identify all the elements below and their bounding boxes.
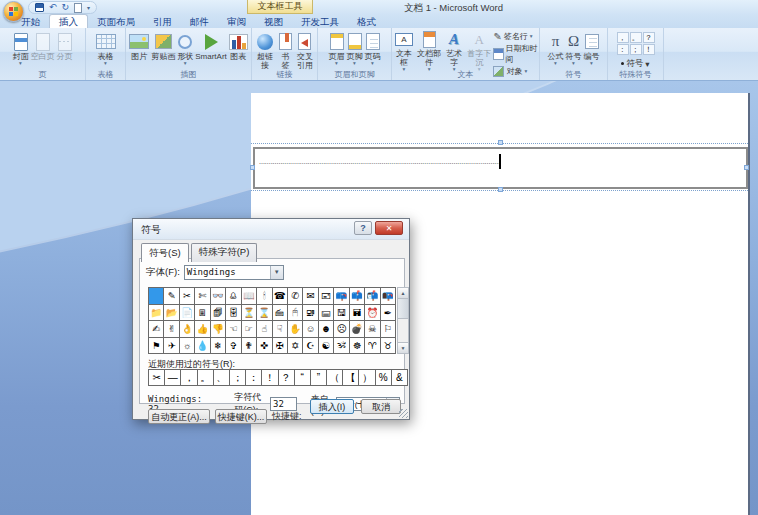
resize-grip[interactable]	[399, 409, 408, 418]
symbol-cell[interactable]: ☠	[365, 321, 380, 338]
special-symbol-mini-button[interactable]: ，	[617, 32, 629, 43]
symbol-cell[interactable]: ♈	[365, 338, 380, 355]
text-box-button[interactable]: A 文本框 ▾	[393, 30, 415, 72]
symbol-cell[interactable]: ☎	[273, 288, 288, 305]
symbol-cell[interactable]: 📄	[180, 305, 195, 322]
recent-symbol-cell[interactable]: ”	[311, 370, 327, 386]
symbol-cell[interactable]: 🗏	[195, 305, 210, 322]
date-time-button[interactable]: 日期和时间	[493, 43, 538, 65]
shapes-button[interactable]: 形状 ▾	[176, 30, 194, 72]
symbol-cell[interactable]: 🕯	[257, 288, 272, 305]
equation-button[interactable]: π 公式 ▾	[547, 30, 565, 72]
symbol-cell[interactable]: 📫	[350, 288, 365, 305]
symbol-cell[interactable]: ✜	[257, 338, 272, 355]
resize-handle-left[interactable]	[250, 165, 255, 170]
symbol-cell[interactable]: 📬	[365, 288, 380, 305]
recent-symbol-cell[interactable]: ，	[181, 370, 197, 386]
resize-handle-bottom[interactable]	[498, 187, 503, 192]
help-button[interactable]: ?	[354, 221, 372, 235]
symbol-cell[interactable]: 📪	[334, 288, 349, 305]
header-button[interactable]: 页眉 ▾	[328, 30, 346, 72]
undo-icon[interactable]: ↶	[49, 3, 57, 12]
symbol-cell[interactable]: ✄	[195, 288, 210, 305]
recent-symbol-cell[interactable]: ）	[359, 370, 375, 386]
clipart-button[interactable]: 剪贴画	[150, 30, 176, 72]
save-icon[interactable]	[35, 3, 44, 12]
symbol-cell[interactable]: ☻	[319, 321, 334, 338]
recent-symbol-cell[interactable]: （	[327, 370, 343, 386]
symbol-cell[interactable]: ☺	[303, 321, 318, 338]
symbol-cell[interactable]: 👓	[211, 288, 226, 305]
symbol-cell[interactable]: 🕉	[334, 338, 349, 355]
tab-symbols[interactable]: 符号(S)	[141, 243, 189, 262]
special-symbol-mini-button[interactable]: ！	[643, 44, 655, 55]
tab-special-characters[interactable]: 特殊字符(P)	[191, 243, 258, 262]
text-box[interactable]: ........................................…	[253, 147, 748, 189]
symbol-cell[interactable]: ✞	[226, 338, 241, 355]
print-preview-icon[interactable]	[74, 3, 82, 13]
page-number-button[interactable]: 页码 ▾	[364, 30, 382, 72]
recent-symbol-cell[interactable]: ✂	[149, 370, 165, 386]
tab-mailings[interactable]: 邮件	[181, 15, 218, 28]
symbol-cell[interactable]: 👌	[180, 321, 195, 338]
special-symbol-mini-button[interactable]: ？	[643, 32, 655, 43]
recent-symbol-cell[interactable]: —	[165, 370, 181, 386]
office-button[interactable]	[3, 1, 24, 22]
blank-page-button[interactable]: 空白页	[30, 30, 56, 72]
hyperlink-button[interactable]: 超链接	[253, 30, 277, 72]
resize-handle-right[interactable]	[744, 165, 749, 170]
shortcut-key-button[interactable]: 快捷键(K)...	[215, 409, 267, 424]
tab-page-layout[interactable]: 页面布局	[88, 15, 144, 28]
symbol-cell[interactable]: 🕭	[226, 288, 241, 305]
qat-more-icon[interactable]: ▾	[87, 4, 90, 11]
symbol-cell[interactable]: ☸	[350, 338, 365, 355]
symbol-cell[interactable]: 📂	[164, 305, 179, 322]
symbol-cell[interactable]: ⚑	[149, 338, 164, 355]
tab-view[interactable]: 视图	[255, 15, 292, 28]
symbol-cell[interactable]: ✂	[180, 288, 195, 305]
symbol-cell[interactable]: 🖰	[288, 305, 303, 322]
symbol-cell[interactable]: 🖮	[273, 305, 288, 322]
symbol-cell[interactable]: 🖴	[319, 305, 334, 322]
smartart-button[interactable]: SmartArt	[194, 30, 228, 72]
symbol-grid-scrollbar[interactable]: ▲ ▼	[397, 287, 409, 354]
symbol-cell[interactable]: ✉	[303, 288, 318, 305]
special-symbol-mini-button[interactable]: ；	[630, 44, 642, 55]
symbol-cell[interactable]: 🖬	[350, 305, 365, 322]
symbol-cell[interactable]	[149, 288, 164, 305]
table-button[interactable]: 表格 ▾	[95, 30, 117, 72]
symbol-cell[interactable]: 🗐	[211, 305, 226, 322]
redo-icon[interactable]: ↻	[62, 3, 70, 12]
scroll-up-icon[interactable]: ▲	[398, 288, 408, 299]
symbol-cell[interactable]: ✌	[164, 321, 179, 338]
cross-reference-button[interactable]: 交叉引用	[294, 30, 316, 72]
font-combobox[interactable]: Wingdings ▼	[184, 265, 284, 280]
symbol-cell[interactable]: 🗄	[226, 305, 241, 322]
symbol-cell[interactable]: ☜	[226, 321, 241, 338]
scroll-down-icon[interactable]: ▼	[398, 342, 408, 353]
symbol-cell[interactable]: 👍	[195, 321, 210, 338]
recent-symbol-cell[interactable]: ：	[246, 370, 262, 386]
symbol-cell[interactable]: ☞	[242, 321, 257, 338]
symbol-cell[interactable]: 💧	[195, 338, 210, 355]
symbol-cell[interactable]: 📭	[381, 288, 396, 305]
symbol-cell[interactable]: ❄	[211, 338, 226, 355]
symbol-button[interactable]: Ω 符号 ▾	[565, 30, 583, 72]
symbol-cell[interactable]: ✡	[288, 338, 303, 355]
symbol-cell[interactable]: 📖	[242, 288, 257, 305]
tab-insert[interactable]: 插入	[49, 14, 88, 28]
number-button[interactable]: 编号 ▾	[583, 30, 601, 72]
symbol-cell[interactable]: ⚐	[381, 321, 396, 338]
symbol-cell[interactable]: 🖳	[303, 305, 318, 322]
symbol-cell[interactable]: ☼	[180, 338, 195, 355]
symbol-cell[interactable]: 📁	[149, 305, 164, 322]
special-symbol-mini-button[interactable]: 。	[630, 32, 642, 43]
cover-page-button[interactable]: 封面 ▾	[12, 30, 30, 72]
symbol-cell[interactable]: ⏰	[365, 305, 380, 322]
quick-parts-button[interactable]: 文档部件 ▾	[415, 30, 443, 72]
resize-handle-top[interactable]	[498, 140, 503, 145]
cancel-button[interactable]: 取消	[361, 399, 401, 414]
recent-symbol-cell[interactable]: “	[295, 370, 311, 386]
page-break-button[interactable]: 分页	[56, 30, 74, 72]
symbol-cell[interactable]: ☹	[334, 321, 349, 338]
